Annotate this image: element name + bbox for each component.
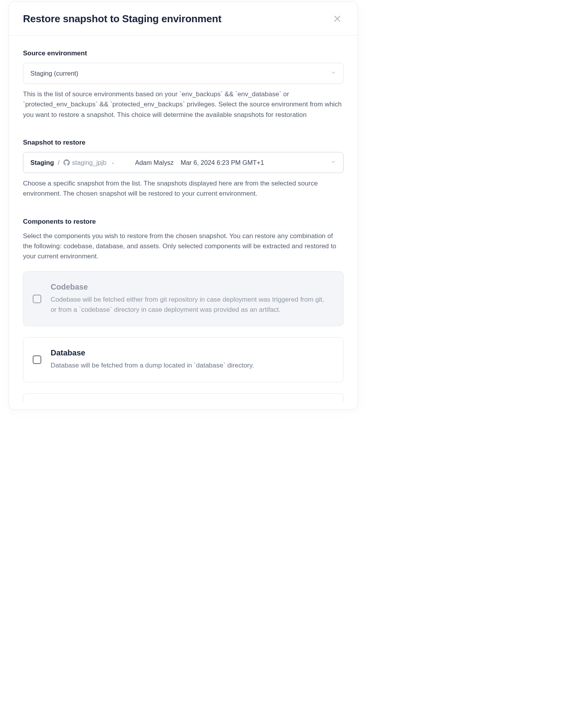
- close-icon: [333, 14, 342, 23]
- component-codebase-title: Codebase: [51, 283, 331, 292]
- snapshot-select[interactable]: Staging / staging_jpjb - Adam Malysz Mar…: [23, 152, 344, 173]
- component-codebase-card: Codebase Codebase will be fetched either…: [23, 271, 344, 327]
- snapshot-label: Snapshot to restore: [23, 139, 344, 147]
- components-label: Components to restore: [23, 218, 344, 226]
- component-next-card-partial: [23, 393, 344, 402]
- source-environment-section: Source environment Staging (current) Thi…: [23, 49, 344, 120]
- source-environment-select[interactable]: Staging (current): [23, 63, 344, 84]
- snapshot-branch: staging_jpjb: [63, 159, 106, 166]
- close-button[interactable]: [331, 12, 344, 25]
- components-help: Select the components you wish to restor…: [23, 231, 344, 262]
- snapshot-env-branch-divider: /: [58, 159, 60, 166]
- modal-header: Restore snapshot to Staging environment: [9, 2, 358, 35]
- component-database-checkbox[interactable]: [33, 355, 41, 364]
- snapshot-section: Snapshot to restore Staging / staging_jp…: [23, 139, 344, 199]
- modal-body: Source environment Staging (current) Thi…: [9, 35, 358, 402]
- component-codebase-body: Codebase Codebase will be fetched either…: [51, 283, 331, 315]
- components-section: Components to restore Select the compone…: [23, 218, 344, 402]
- component-database-desc: Database will be fetched from a dump loc…: [51, 360, 331, 371]
- component-codebase-desc: Codebase will be fetched either from git…: [51, 295, 331, 315]
- snapshot-author: Adam Malysz: [135, 159, 174, 166]
- component-codebase-checkbox: [33, 295, 41, 303]
- snapshot-timestamp: Mar 6, 2024 6:23 PM GMT+1: [181, 159, 264, 166]
- snapshot-help: Choose a specific snapshot from the list…: [23, 178, 344, 199]
- source-environment-help: This is the list of source environments …: [23, 89, 344, 120]
- github-icon: [63, 159, 70, 166]
- snapshot-dash: -: [112, 159, 114, 166]
- snapshot-branch-name: staging_jpjb: [72, 159, 106, 166]
- source-environment-value: Staging (current): [30, 70, 78, 77]
- chevron-down-icon: [331, 159, 336, 166]
- component-database-card[interactable]: Database Database will be fetched from a…: [23, 337, 344, 382]
- chevron-down-icon: [331, 70, 336, 77]
- snapshot-env-name: Staging: [30, 159, 54, 166]
- modal-title: Restore snapshot to Staging environment: [23, 13, 221, 25]
- component-database-body: Database Database will be fetched from a…: [51, 348, 331, 371]
- component-database-title: Database: [51, 348, 331, 357]
- restore-snapshot-modal: Restore snapshot to Staging environment …: [9, 1, 358, 410]
- source-environment-label: Source environment: [23, 49, 344, 57]
